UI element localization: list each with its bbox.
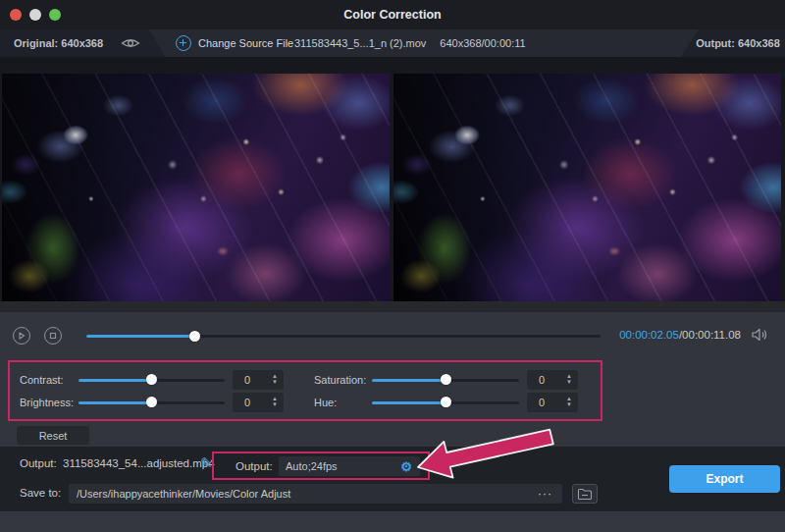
file-meta: 311583443_5...1_n (2).mov 640x368/00:00:…	[294, 29, 579, 57]
change-source-label: Change Source File	[198, 37, 293, 49]
contrast-label: Contrast:	[20, 374, 78, 386]
time-display: 00:00:02.05/00:00:11.08	[619, 329, 741, 341]
hue-value: 0	[539, 397, 545, 408]
brightness-value: 0	[244, 397, 250, 408]
contrast-value-box: 0 ▲ ▼	[233, 370, 284, 390]
control-panel: 00:00:02.05/00:00:11.08 Contrast:	[0, 312, 785, 447]
output-resolution-label: Output: 640x368	[696, 37, 780, 49]
topbar: Original: 640x368 Change Source File 311…	[0, 29, 785, 57]
contrast-fill	[78, 379, 152, 382]
hue-label: Hue:	[314, 397, 372, 408]
preview-eye-icon[interactable]	[121, 37, 140, 49]
saturation-slider[interactable]	[372, 374, 519, 386]
contrast-value: 0	[244, 374, 250, 386]
output-file-name: 311583443_54...adjusted.mp4	[63, 457, 215, 469]
browse-button[interactable]: ···	[538, 487, 552, 501]
output-label: Output:	[20, 457, 57, 469]
zoom-window-button[interactable]	[49, 9, 61, 21]
hue-fill	[372, 401, 445, 404]
open-folder-button[interactable]	[572, 484, 598, 504]
hue-value-box: 0 ▲ ▼	[527, 393, 578, 412]
hue-stepper[interactable]: ▲ ▼	[566, 393, 572, 412]
saturation-fill	[372, 379, 445, 382]
hue-handle[interactable]	[441, 397, 451, 407]
saturation-value-box: 0 ▲ ▼	[527, 370, 578, 390]
saturation-value: 0	[539, 374, 545, 386]
bottom-strip	[0, 511, 785, 532]
contrast-slider[interactable]	[78, 374, 225, 386]
export-button[interactable]: Export	[669, 465, 780, 493]
stop-button[interactable]	[44, 327, 62, 345]
source-file-info: 640x368/00:00:11	[440, 37, 525, 49]
color-correction-window: Color Correction Original: 640x368 Chang…	[0, 0, 785, 532]
adjustments-grid: Contrast: 0 ▲ ▼	[10, 362, 601, 419]
saturation-stepper[interactable]: ▲ ▼	[566, 370, 572, 390]
video-frame-image	[2, 74, 390, 301]
brightness-stepper[interactable]: ▲ ▼	[272, 393, 278, 412]
gear-icon[interactable]: ⚙	[400, 459, 412, 474]
contrast-stepper[interactable]: ▲ ▼	[272, 370, 278, 390]
source-file-name: 311583443_5...1_n (2).mov	[294, 37, 426, 49]
saturation-handle[interactable]	[441, 374, 451, 385]
step-down-icon[interactable]: ▼	[272, 402, 278, 407]
volume-icon[interactable]	[752, 328, 768, 346]
bottom-section: Output: 311583443_54...adjusted.mp4 ✎ Ou…	[0, 447, 785, 511]
folder-icon	[577, 488, 593, 501]
output-format-highlight-box: Output: Auto;24fps ⚙	[212, 452, 430, 480]
brightness-value-box: 0 ▲ ▼	[233, 393, 284, 412]
output-row: Output: 311583443_54...adjusted.mp4 ✎ Ou…	[0, 451, 785, 478]
saturation-control: Saturation: 0 ▲ ▼	[314, 370, 578, 390]
preview-area	[0, 57, 785, 312]
reset-button[interactable]: Reset	[17, 426, 89, 445]
video-frame-image	[393, 74, 781, 301]
original-resolution-tab: Original: 640x368	[0, 29, 165, 57]
video-preview-original	[2, 74, 390, 301]
plus-circle-icon	[176, 35, 191, 51]
transport-bar: 00:00:02.05/00:00:11.08	[0, 322, 785, 349]
contrast-handle[interactable]	[146, 374, 157, 385]
brightness-control: Brightness: 0 ▲ ▼	[10, 393, 284, 412]
output-format-field[interactable]: Auto;24fps ⚙	[279, 456, 420, 476]
titlebar: Color Correction	[0, 0, 785, 29]
window-title: Color Correction	[0, 8, 785, 22]
play-button[interactable]	[13, 327, 30, 345]
seek-handle[interactable]	[189, 331, 200, 342]
save-path-field[interactable]: /Users/ihappyacethinker/Movies/Color Adj…	[69, 484, 562, 504]
brightness-handle[interactable]	[146, 397, 157, 407]
current-time: 00:00:02.05	[619, 329, 679, 341]
step-down-icon[interactable]: ▼	[272, 380, 278, 385]
save-to-row: Save to: /Users/ihappyacethinker/Movies/…	[0, 482, 785, 507]
contrast-control: Contrast: 0 ▲ ▼	[10, 370, 284, 390]
output-resolution-tab: Output: 640x368	[681, 29, 785, 57]
seek-fill	[86, 335, 194, 338]
edit-filename-icon[interactable]: ✎	[200, 454, 213, 472]
adjustments-highlight-box: Contrast: 0 ▲ ▼	[8, 360, 602, 421]
save-to-label: Save to:	[20, 487, 61, 499]
close-window-button[interactable]	[10, 9, 22, 21]
saturation-label: Saturation:	[314, 374, 372, 386]
brightness-slider[interactable]	[78, 397, 225, 408]
video-preview-output	[393, 74, 781, 301]
change-source-file-button[interactable]: Change Source File	[176, 29, 293, 57]
hue-control: Hue: 0 ▲ ▼	[314, 393, 578, 412]
output-format-label: Output:	[236, 460, 273, 472]
original-resolution-label: Original: 640x368	[14, 37, 103, 49]
minimize-window-button[interactable]	[29, 9, 41, 21]
step-down-icon[interactable]: ▼	[566, 402, 572, 407]
seek-slider[interactable]	[86, 330, 601, 342]
hue-slider[interactable]	[372, 397, 519, 408]
total-time: /00:00:11.08	[679, 329, 741, 341]
output-format-value: Auto;24fps	[286, 460, 400, 472]
save-path-value: /Users/ihappyacethinker/Movies/Color Adj…	[77, 488, 538, 500]
window-controls	[10, 0, 61, 29]
brightness-fill	[78, 401, 152, 404]
step-down-icon[interactable]: ▼	[566, 380, 572, 385]
brightness-label: Brightness:	[20, 397, 78, 408]
